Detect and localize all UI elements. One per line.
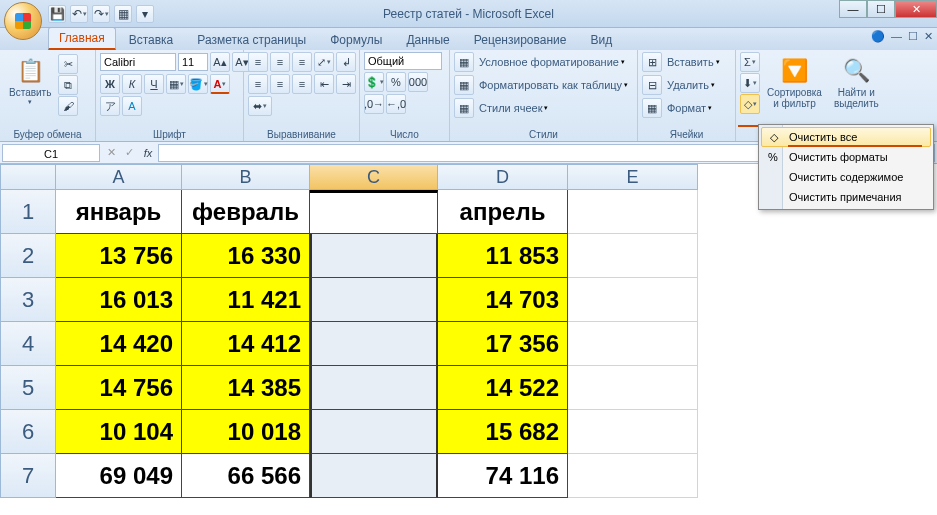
- minimize-button[interactable]: —: [839, 0, 867, 18]
- row-header-7[interactable]: 7: [0, 454, 56, 498]
- align-right-icon[interactable]: ≡: [292, 74, 312, 94]
- cell-c5[interactable]: [310, 366, 438, 410]
- cell-a1[interactable]: январь: [56, 190, 182, 234]
- fill-color-icon[interactable]: 🪣: [188, 74, 208, 94]
- increase-indent-icon[interactable]: ⇥: [336, 74, 356, 94]
- col-header-b[interactable]: B: [182, 164, 310, 190]
- row-header-6[interactable]: 6: [0, 410, 56, 454]
- cell-d2[interactable]: 11 853: [438, 234, 568, 278]
- cell-e1[interactable]: [568, 190, 698, 234]
- cell-styles-button[interactable]: ▦Стили ячеек▾: [454, 98, 548, 118]
- cell-c7[interactable]: [310, 454, 438, 498]
- cell-c2[interactable]: [310, 234, 438, 278]
- office-button[interactable]: [4, 2, 42, 40]
- cell-e2[interactable]: [568, 234, 698, 278]
- row-header-2[interactable]: 2: [0, 234, 56, 278]
- cell-d5[interactable]: 14 522: [438, 366, 568, 410]
- font-color2-icon[interactable]: A: [122, 96, 142, 116]
- wrap-text-icon[interactable]: ↲: [336, 52, 356, 72]
- cell-a7[interactable]: 69 049: [56, 454, 182, 498]
- tab-formulas[interactable]: Формулы: [319, 29, 393, 50]
- cell-e3[interactable]: [568, 278, 698, 322]
- clear-icon[interactable]: ◇: [740, 94, 760, 114]
- align-top-icon[interactable]: ≡: [248, 52, 268, 72]
- select-all-corner[interactable]: [0, 164, 56, 190]
- cell-e5[interactable]: [568, 366, 698, 410]
- tab-insert[interactable]: Вставка: [118, 29, 185, 50]
- col-header-e[interactable]: E: [568, 164, 698, 190]
- decrease-indent-icon[interactable]: ⇤: [314, 74, 334, 94]
- cell-d6[interactable]: 15 682: [438, 410, 568, 454]
- autosum-icon[interactable]: Σ: [740, 52, 760, 72]
- number-format-select[interactable]: [364, 52, 442, 70]
- qat-grid-icon[interactable]: ▦: [114, 5, 132, 23]
- phonetic-icon[interactable]: ア: [100, 96, 120, 116]
- cell-a2[interactable]: 13 756: [56, 234, 182, 278]
- tab-view[interactable]: Вид: [579, 29, 623, 50]
- row-header-3[interactable]: 3: [0, 278, 56, 322]
- percent-icon[interactable]: %: [386, 72, 406, 92]
- col-header-a[interactable]: A: [56, 164, 182, 190]
- cut-icon[interactable]: ✂: [58, 54, 78, 74]
- close-workbook-icon[interactable]: ✕: [924, 30, 933, 43]
- cell-d4[interactable]: 17 356: [438, 322, 568, 366]
- cell-c6[interactable]: [310, 410, 438, 454]
- cell-e7[interactable]: [568, 454, 698, 498]
- cell-b2[interactable]: 16 330: [182, 234, 310, 278]
- help-icon[interactable]: 🔵: [871, 30, 885, 43]
- increase-font-icon[interactable]: A▴: [210, 52, 230, 72]
- bold-icon[interactable]: Ж: [100, 74, 120, 94]
- decrease-decimal-icon[interactable]: ←,0: [386, 94, 406, 114]
- comma-icon[interactable]: 000: [408, 72, 428, 92]
- col-header-c[interactable]: C: [310, 164, 438, 190]
- italic-icon[interactable]: К: [122, 74, 142, 94]
- clear-formats-item[interactable]: % Очистить форматы: [761, 147, 931, 167]
- minimize-ribbon-icon[interactable]: —: [891, 30, 902, 43]
- underline-icon[interactable]: Ч: [144, 74, 164, 94]
- cell-a4[interactable]: 14 420: [56, 322, 182, 366]
- clear-contents-item[interactable]: Очистить содержимое: [761, 167, 931, 187]
- cell-b6[interactable]: 10 018: [182, 410, 310, 454]
- copy-icon[interactable]: ⧉: [58, 75, 78, 95]
- fx-icon[interactable]: fx: [138, 147, 158, 159]
- format-as-table-button[interactable]: ▦Форматировать как таблицу▾: [454, 75, 628, 95]
- format-painter-icon[interactable]: 🖌: [58, 96, 78, 116]
- cell-b5[interactable]: 14 385: [182, 366, 310, 410]
- merge-icon[interactable]: ⬌: [248, 96, 272, 116]
- enter-formula-icon[interactable]: ✓: [120, 146, 138, 159]
- delete-cells-button[interactable]: ⊟Удалить▾: [642, 75, 715, 95]
- row-header-5[interactable]: 5: [0, 366, 56, 410]
- align-left-icon[interactable]: ≡: [248, 74, 268, 94]
- font-size-select[interactable]: [178, 53, 208, 71]
- tab-page-layout[interactable]: Разметка страницы: [186, 29, 317, 50]
- sort-filter-button[interactable]: 🔽 Сортировка и фильтр: [762, 52, 827, 112]
- fill-icon[interactable]: ⬇: [740, 73, 760, 93]
- cell-a5[interactable]: 14 756: [56, 366, 182, 410]
- clear-comments-item[interactable]: Очистить примечания: [761, 187, 931, 207]
- cell-c3[interactable]: [310, 278, 438, 322]
- cell-b3[interactable]: 11 421: [182, 278, 310, 322]
- qat-customize-icon[interactable]: ▾: [136, 5, 154, 23]
- cell-b4[interactable]: 14 412: [182, 322, 310, 366]
- format-cells-button[interactable]: ▦Формат▾: [642, 98, 712, 118]
- orientation-icon[interactable]: ⤢: [314, 52, 334, 72]
- tab-review[interactable]: Рецензирование: [463, 29, 578, 50]
- cell-b1[interactable]: февраль: [182, 190, 310, 234]
- cell-d3[interactable]: 14 703: [438, 278, 568, 322]
- restore-window-icon[interactable]: ☐: [908, 30, 918, 43]
- cell-e6[interactable]: [568, 410, 698, 454]
- cell-c4[interactable]: [310, 322, 438, 366]
- cell-a6[interactable]: 10 104: [56, 410, 182, 454]
- cell-e4[interactable]: [568, 322, 698, 366]
- insert-cells-button[interactable]: ⊞Вставить▾: [642, 52, 720, 72]
- cancel-formula-icon[interactable]: ✕: [102, 146, 120, 159]
- conditional-formatting-button[interactable]: ▦Условное форматирование▾: [454, 52, 625, 72]
- font-family-select[interactable]: [100, 53, 176, 71]
- align-middle-icon[interactable]: ≡: [270, 52, 290, 72]
- find-select-button[interactable]: 🔍 Найти и выделить: [829, 52, 884, 112]
- col-header-d[interactable]: D: [438, 164, 568, 190]
- qat-redo-icon[interactable]: ↷: [92, 5, 110, 23]
- align-center-icon[interactable]: ≡: [270, 74, 290, 94]
- cell-a3[interactable]: 16 013: [56, 278, 182, 322]
- cell-d7[interactable]: 74 116: [438, 454, 568, 498]
